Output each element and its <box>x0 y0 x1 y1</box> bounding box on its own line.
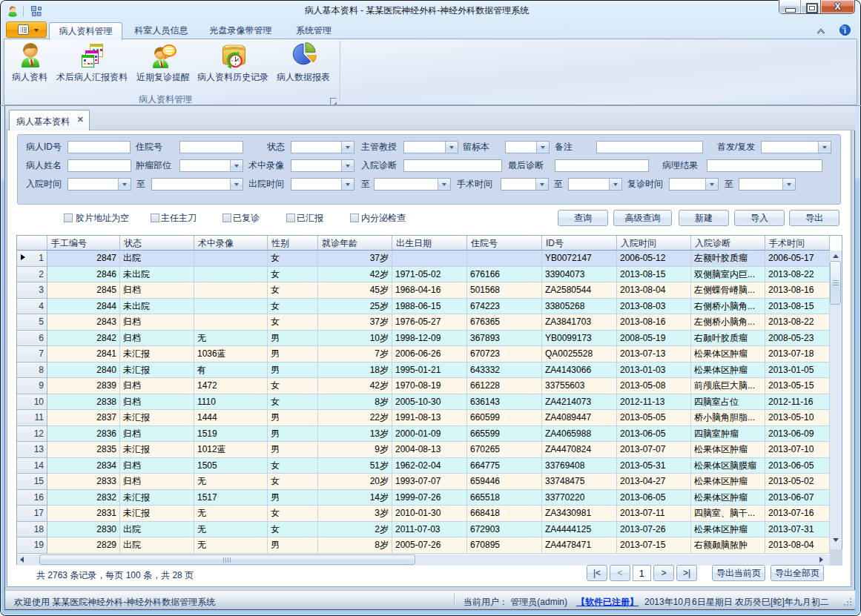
svg-text:i: i <box>844 27 846 35</box>
